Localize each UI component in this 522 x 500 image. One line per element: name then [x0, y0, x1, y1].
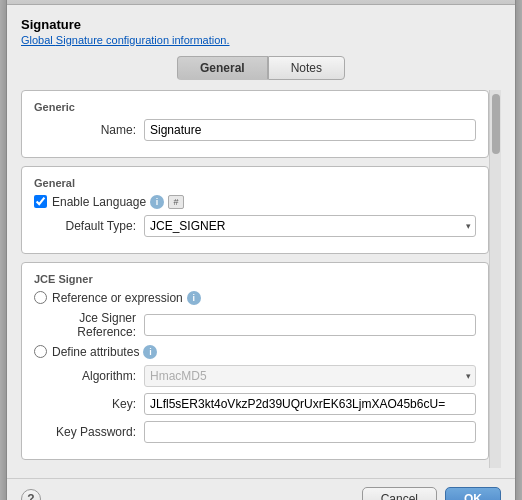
- main-content: Signature Global Signature configuration…: [7, 5, 515, 478]
- reference-radio-label: Reference or expression: [52, 291, 183, 305]
- name-input[interactable]: [144, 119, 476, 141]
- generic-label: Generic: [34, 101, 476, 113]
- algorithm-row: Algorithm: HmacMD5 ▾: [34, 365, 476, 387]
- enable-language-row: Enable Language i #: [34, 195, 476, 209]
- ok-button[interactable]: OK: [445, 487, 501, 501]
- tab-general[interactable]: General: [177, 56, 268, 80]
- scrollbar-thumb[interactable]: [492, 94, 500, 154]
- key-row: Key:: [34, 393, 476, 415]
- subtitle-link[interactable]: Signature: [56, 34, 103, 46]
- subtitle-post: configuration information.: [103, 34, 230, 46]
- algorithm-label: Algorithm:: [34, 369, 144, 383]
- generic-section: Generic Name:: [21, 90, 489, 158]
- subtitle-pre: Global: [21, 34, 56, 46]
- name-label: Name:: [34, 123, 144, 137]
- reference-radio-row: Reference or expression i: [34, 291, 476, 305]
- dialog-window: Global Element Properties Signature Glob…: [6, 0, 516, 500]
- key-password-label: Key Password:: [34, 425, 144, 439]
- general-label: General: [34, 177, 476, 189]
- form-area: Generic Name: General Enable Language i …: [21, 90, 489, 468]
- define-attrs-radio-label: Define attributes: [52, 345, 139, 359]
- default-type-label: Default Type:: [34, 219, 144, 233]
- name-row: Name:: [34, 119, 476, 141]
- scroll-area: Generic Name: General Enable Language i …: [21, 90, 501, 468]
- reference-radio[interactable]: [34, 291, 47, 304]
- enable-language-label: Enable Language: [52, 195, 146, 209]
- enable-language-info-icon[interactable]: i: [150, 195, 164, 209]
- jce-signer-ref-input[interactable]: [144, 314, 476, 336]
- bottom-bar: ? Cancel OK: [7, 478, 515, 501]
- algorithm-wrapper: HmacMD5 ▾: [144, 365, 476, 387]
- key-password-input[interactable]: [144, 421, 476, 443]
- default-type-select[interactable]: JCE_SIGNER XML_SIGNER: [144, 215, 476, 237]
- jce-signer-label: JCE Signer: [34, 273, 476, 285]
- section-subtitle: Global Signature configuration informati…: [21, 34, 501, 46]
- key-input[interactable]: [144, 393, 476, 415]
- define-attrs-radio-row: Define attributes i: [34, 345, 476, 359]
- enable-language-hash-icon[interactable]: #: [168, 195, 184, 209]
- titlebar: Global Element Properties: [7, 0, 515, 5]
- jce-signer-ref-row: Jce Signer Reference:: [34, 311, 476, 339]
- reference-info-icon[interactable]: i: [187, 291, 201, 305]
- enable-language-checkbox[interactable]: [34, 195, 47, 208]
- define-attrs-radio[interactable]: [34, 345, 47, 358]
- section-title: Signature: [21, 17, 501, 32]
- key-label: Key:: [34, 397, 144, 411]
- tab-notes[interactable]: Notes: [268, 56, 345, 80]
- tab-bar: General Notes: [21, 56, 501, 80]
- general-section: General Enable Language i # Default Type…: [21, 166, 489, 254]
- action-buttons: Cancel OK: [362, 487, 501, 501]
- jce-signer-section: JCE Signer Reference or expression i Jce…: [21, 262, 489, 460]
- default-type-wrapper: JCE_SIGNER XML_SIGNER ▾: [144, 215, 476, 237]
- algorithm-select[interactable]: HmacMD5: [144, 365, 476, 387]
- jce-signer-ref-label: Jce Signer Reference:: [34, 311, 144, 339]
- default-type-row: Default Type: JCE_SIGNER XML_SIGNER ▾: [34, 215, 476, 237]
- help-button[interactable]: ?: [21, 489, 41, 501]
- scrollbar[interactable]: [489, 90, 501, 468]
- define-attrs-info-icon[interactable]: i: [143, 345, 157, 359]
- cancel-button[interactable]: Cancel: [362, 487, 437, 501]
- key-password-row: Key Password:: [34, 421, 476, 443]
